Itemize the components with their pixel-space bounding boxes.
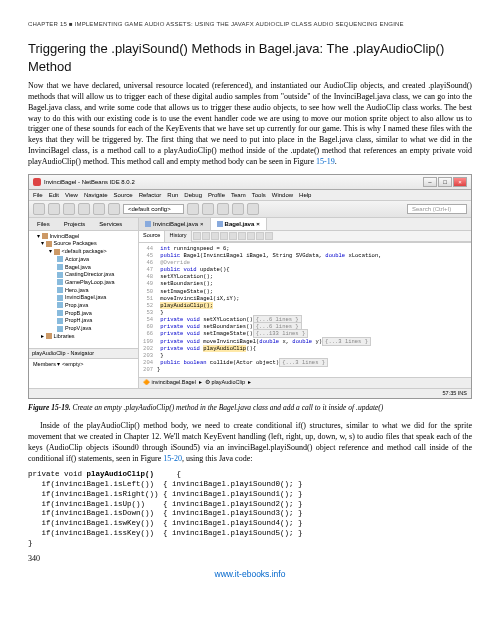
ide-screenshot: InvinciBagel - NetBeans IDE 8.0.2 – □ × …: [28, 174, 472, 400]
tree-src-packages[interactable]: ▾ Source Packages: [31, 240, 136, 248]
window-controls: – □ ×: [423, 177, 467, 187]
package-icon: [54, 249, 60, 255]
java-file-icon: [217, 221, 223, 227]
editor-tool-icon[interactable]: [220, 232, 228, 240]
caption-label: Figure 15-19.: [28, 403, 71, 412]
editor-tool-icon[interactable]: [202, 232, 210, 240]
menu-window[interactable]: Window: [272, 191, 293, 199]
redo-icon[interactable]: [108, 203, 120, 215]
project-icon: [42, 233, 48, 239]
maximize-button[interactable]: □: [438, 177, 452, 187]
editor-tool-icon[interactable]: [229, 232, 237, 240]
code-listing: private void playAudioClip() { if(invinc…: [28, 470, 472, 548]
figure-ref-1[interactable]: 15-19: [316, 157, 335, 166]
close-button[interactable]: ×: [453, 177, 467, 187]
editor-tool-icon[interactable]: [256, 232, 264, 240]
menu-view[interactable]: View: [65, 191, 78, 199]
menu-team[interactable]: Team: [231, 191, 246, 199]
intro-paragraph: Now that we have declared, universal res…: [28, 81, 472, 167]
window-titlebar: InvinciBagel - NetBeans IDE 8.0.2 – □ ×: [29, 175, 471, 190]
menu-bar: File Edit View Navigate Source Refactor …: [29, 190, 471, 201]
menu-refactor[interactable]: Refactor: [139, 191, 162, 199]
java-file-icon: [57, 264, 63, 270]
config-dropdown[interactable]: <default config>: [123, 204, 184, 214]
menu-edit[interactable]: Edit: [49, 191, 59, 199]
paragraph-2: Inside of the playAudioClip() method bod…: [28, 421, 472, 464]
java-file-icon: [57, 295, 63, 301]
tab-services[interactable]: Services: [95, 219, 126, 229]
save-icon[interactable]: [78, 203, 90, 215]
tree-file[interactable]: Prop.java: [31, 302, 136, 310]
menu-navigate[interactable]: Navigate: [84, 191, 108, 199]
editor-tool-icon[interactable]: [265, 232, 273, 240]
editor-tool-icon[interactable]: [247, 232, 255, 240]
chapter-header: CHAPTER 15 ■ IMPLEMENTING GAME AUDIO ASS…: [28, 20, 472, 28]
para1-text: Now that we have declared, universal res…: [28, 81, 472, 166]
editor-tool-icon[interactable]: [238, 232, 246, 240]
tree-file[interactable]: Bagel.java: [31, 264, 136, 272]
menu-tools[interactable]: Tools: [252, 191, 266, 199]
status-bar: 57:35 INS: [29, 388, 471, 398]
footer-link[interactable]: www.it-ebooks.info: [28, 569, 472, 580]
search-input[interactable]: Search (Ctrl+I): [407, 204, 467, 214]
caption-text: Create an empty .playAudioClip() method …: [71, 403, 384, 412]
chevron-right-icon: ▸: [248, 379, 251, 386]
tree-file[interactable]: CastingDirector.java: [31, 271, 136, 279]
editor-toolbar: [192, 231, 471, 242]
clean-build-icon[interactable]: [202, 203, 214, 215]
project-tree[interactable]: ▾ InvinciBagel ▾ Source Packages ▾ <defa…: [29, 231, 138, 348]
tree-file[interactable]: PropV.java: [31, 325, 136, 333]
window-title: InvinciBagel - NetBeans IDE 8.0.2: [44, 178, 135, 186]
menu-source[interactable]: Source: [114, 191, 133, 199]
run-icon[interactable]: [217, 203, 229, 215]
section-title: Triggering the .playiSound() Methods in …: [28, 40, 472, 75]
debug-icon[interactable]: [232, 203, 244, 215]
java-file-icon: [57, 302, 63, 308]
tree-file[interactable]: InvinciBagel.java: [31, 294, 136, 302]
breadcrumb-method[interactable]: ⚙ playAudioClip: [205, 379, 245, 386]
new-project-icon[interactable]: [48, 203, 60, 215]
editor-tab-bagel[interactable]: Bagel.java ×: [211, 218, 267, 230]
java-file-icon: [57, 287, 63, 293]
tab-projects[interactable]: Projects: [60, 219, 90, 229]
minimize-button[interactable]: –: [423, 177, 437, 187]
navigator-header: playAudioClip - Navigator: [29, 349, 138, 359]
new-file-icon[interactable]: [33, 203, 45, 215]
tree-file[interactable]: Actor.java: [31, 256, 136, 264]
build-icon[interactable]: [187, 203, 199, 215]
left-tab-strip: Files Projects Services: [29, 218, 138, 231]
main-toolbar: <default config> Search (Ctrl+I): [29, 201, 471, 218]
editor-tool-icon[interactable]: [193, 232, 201, 240]
open-project-icon[interactable]: [63, 203, 75, 215]
package-icon: [46, 241, 52, 247]
breadcrumb-class[interactable]: 🔶 invincibagel.Bagel: [143, 379, 196, 386]
code-editor[interactable]: 44 int runningspeed = 6; 45 public Bagel…: [139, 243, 471, 377]
app-icon: [33, 178, 41, 186]
menu-run[interactable]: Run: [167, 191, 178, 199]
editor-tool-icon[interactable]: [211, 232, 219, 240]
java-file-icon: [57, 272, 63, 278]
tree-default-package[interactable]: ▾ <default package>: [31, 248, 136, 256]
source-tab[interactable]: Source: [139, 231, 165, 242]
tree-libraries[interactable]: ▸ Libraries: [31, 333, 136, 341]
profile-icon[interactable]: [247, 203, 259, 215]
undo-icon[interactable]: [93, 203, 105, 215]
menu-debug[interactable]: Debug: [184, 191, 202, 199]
menu-file[interactable]: File: [33, 191, 43, 199]
java-file-icon: [57, 256, 63, 262]
tree-file[interactable]: PropB.java: [31, 310, 136, 318]
editor-tab-invincibagel[interactable]: InvinciBagel.java ×: [139, 218, 211, 230]
chevron-right-icon: ▸: [199, 379, 202, 386]
figure-ref-2[interactable]: 15-20: [163, 454, 182, 463]
tree-root[interactable]: ▾ InvinciBagel: [31, 233, 136, 241]
history-tab[interactable]: History: [165, 231, 191, 242]
tab-files[interactable]: Files: [33, 219, 54, 229]
tree-file[interactable]: PropH.java: [31, 317, 136, 325]
menu-help[interactable]: Help: [299, 191, 311, 199]
menu-profile[interactable]: Profile: [208, 191, 225, 199]
source-tabs: Source History: [139, 231, 471, 243]
tree-file[interactable]: GamePlayLoop.java: [31, 279, 136, 287]
left-pane: Files Projects Services ▾ InvinciBagel ▾…: [29, 218, 139, 388]
tree-file[interactable]: Hero.java: [31, 287, 136, 295]
java-file-icon: [57, 326, 63, 332]
